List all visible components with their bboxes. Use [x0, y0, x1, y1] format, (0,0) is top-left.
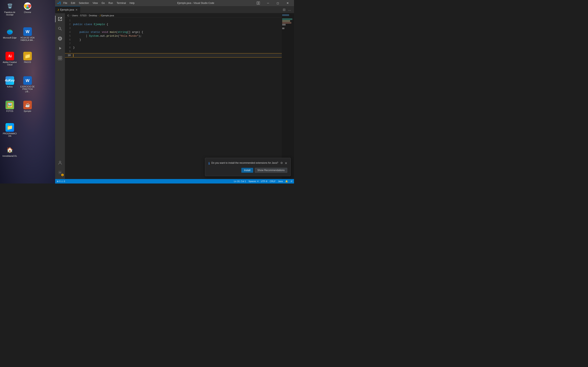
more-actions-button[interactable]: …	[287, 8, 292, 11]
activity-explorer[interactable]	[55, 14, 65, 24]
statusbar-notifications[interactable]: 🔔	[285, 180, 288, 183]
vscode-logo-icon	[57, 1, 61, 5]
ejercicio-icon: W	[23, 76, 32, 85]
chrome-icon	[23, 2, 32, 10]
svg-rect-11	[60, 58, 62, 60]
statusbar-left: ⊗ 0 ⚠ 0	[57, 180, 65, 183]
svg-rect-8	[58, 56, 60, 58]
adobe-icon: Ai	[6, 52, 14, 60]
recyclebin-label: Papelera de reciclaje	[2, 11, 17, 16]
notification-message: Do you want to install the recommended e…	[211, 161, 279, 165]
minimap	[282, 13, 294, 179]
menu-selection[interactable]: Selection	[77, 1, 90, 5]
minimize-button[interactable]: ─	[263, 0, 273, 6]
code-line-5: 5 │ System.out.println("Hola Mundo");	[65, 34, 282, 38]
svg-rect-7	[259, 2, 260, 4]
notification-popup: ℹ Do you want to install the recommended…	[205, 158, 291, 176]
split-editor-button[interactable]: ⊟	[282, 8, 287, 12]
code-line-1: 1	[65, 18, 282, 22]
code-line-4: 4 public static void main(string[] args)…	[65, 30, 282, 34]
desktop-icon-edge[interactable]: Microsoft Edge	[2, 26, 18, 40]
ejercicio-label: EJERCICIO DE PRÁCTICA LIB...	[20, 86, 35, 93]
statusbar: ⊗ 0 ⚠ 0 Ln 10, Col 1 Spaces: 4 UTF-8 CRL…	[55, 179, 294, 184]
tabbar: J Ejemplo.java ✕ ⊟ …	[55, 6, 294, 13]
desktop-icon-4ukey[interactable]: 4uKey 4uKey	[2, 75, 18, 89]
titlebar-controls: ─ ◻ ✕	[254, 0, 292, 6]
desktop-icon-fotos[interactable]: 🖼️ FOTOS	[2, 100, 18, 113]
ejemplo-label: Ejemplo	[24, 110, 31, 113]
titlebar: File Edit Selection View Go Run Terminal…	[55, 0, 294, 6]
statusbar-feedback[interactable]: ↺	[291, 180, 292, 183]
editor-area[interactable]: C: › Users › 57323 › Desktop › JEjemplo.…	[65, 13, 282, 179]
menu-go[interactable]: Go	[100, 1, 106, 5]
tab-lang-icon: J	[58, 8, 59, 11]
desktop-icon-inmobiliaria[interactable]: 🏠 InmobiliariaCOL	[2, 145, 18, 158]
code-line-9: 9	[65, 50, 282, 53]
menu-file[interactable]: File	[62, 1, 69, 5]
statusbar-eol[interactable]: CRLF	[270, 180, 276, 183]
tab-close-button[interactable]: ✕	[75, 8, 78, 11]
desktop-icon-ejercicio[interactable]: W EJERCICIO DE PRÁCTICA LIB...	[19, 75, 36, 94]
desktop-icon-programacion[interactable]: 📁 PROGRAMACION	[2, 122, 18, 138]
tab-ejemplo-java[interactable]: J Ejemplo.java ✕	[55, 6, 80, 13]
editor-main: 1 C: › Users › 57323 › Desktop › JEjempl…	[55, 13, 294, 179]
code-editor[interactable]: 1 2 public class Ejemplo { 3 4 public st…	[65, 18, 282, 179]
breadcrumb-drive: C:	[67, 14, 70, 17]
notification-header: ℹ Do you want to install the recommended…	[208, 161, 287, 165]
pagos-label: PAGOS	[24, 61, 31, 64]
tab-label: Ejemplo.java	[60, 8, 74, 11]
notification-close-button[interactable]: ✕	[285, 161, 287, 165]
fotos-label: FOTOS	[6, 110, 13, 113]
svg-point-4	[27, 6, 28, 7]
inmobiliaria-icon: 🏠	[6, 146, 14, 154]
statusbar-language[interactable]: Java	[278, 180, 283, 183]
menu-edit[interactable]: Edit	[69, 1, 77, 5]
inmobiliaria-label: InmobiliariaCOL	[2, 155, 17, 157]
4ukey-icon: 4uKey	[6, 76, 14, 85]
breadcrumb-file: JEjemplo.java	[99, 14, 114, 17]
statusbar-position[interactable]: Ln 10, Col 1	[234, 180, 246, 183]
code-lines: 1 2 public class Ejemplo { 3 4 public st…	[65, 18, 282, 57]
maximize-button[interactable]: ◻	[273, 0, 283, 6]
desktop-icon-recyclebin[interactable]: 🗑️ Papelera de reciclaje	[2, 1, 18, 17]
code-line-7: 7	[65, 42, 282, 46]
activity-settings[interactable]: 1	[55, 167, 65, 177]
install-button[interactable]: Install	[241, 168, 253, 173]
svg-rect-9	[60, 56, 62, 58]
statusbar-right: Ln 10, Col 1 Spaces: 4 UTF-8 CRLF Java 🔔…	[234, 180, 292, 183]
menu-terminal[interactable]: Terminal	[115, 1, 127, 5]
titlebar-title: Ejemplo.java - Visual Studio Code	[138, 2, 254, 4]
desktop-icon-chrome[interactable]: Chrome	[19, 1, 36, 15]
statusbar-errors[interactable]: ⊗ 0 ⚠ 0	[57, 180, 65, 183]
fotos-icon: 🖼️	[6, 101, 14, 109]
desktop-icon-word[interactable]: W HOJA DE VIDA FABIOLA WA...	[19, 26, 36, 42]
desktop-icon-ejemplo[interactable]: ☕ Ejemplo	[19, 100, 36, 113]
close-button[interactable]: ✕	[283, 0, 292, 6]
activity-run[interactable]	[55, 43, 65, 53]
activity-search[interactable]	[55, 24, 65, 34]
adobe-label: Adobe Creative Cloud	[2, 61, 17, 66]
activitybar: 1	[55, 13, 65, 179]
desktop-icon-adobe[interactable]: Ai Adobe Creative Cloud	[2, 51, 18, 67]
4ukey-label: 4uKey	[7, 86, 13, 88]
statusbar-spaces[interactable]: Spaces: 4	[249, 180, 259, 183]
activity-extensions[interactable]	[55, 53, 65, 63]
code-line-6: 6 }	[65, 38, 282, 42]
menu-run[interactable]: Run	[107, 1, 114, 5]
activitybar-bottom: 1	[55, 158, 65, 179]
ejemplo-icon: ☕	[23, 101, 32, 109]
statusbar-encoding[interactable]: UTF-8	[261, 180, 267, 183]
activity-git[interactable]	[55, 34, 65, 43]
breadcrumb-desktop: Desktop	[89, 14, 97, 17]
desktop: 🗑️ Papelera de reciclaje Chrome	[0, 0, 55, 184]
settings-badge: 1	[61, 174, 64, 176]
menu-view[interactable]: View	[91, 1, 99, 5]
notification-info-icon: ℹ	[208, 161, 210, 165]
activity-account[interactable]	[55, 158, 65, 167]
layout-icon[interactable]	[254, 0, 263, 6]
show-recommendations-button[interactable]: Show Recommendations	[255, 168, 287, 173]
tab-actions: ⊟ …	[282, 6, 294, 13]
menu-help[interactable]: Help	[128, 1, 136, 5]
notification-settings-icon[interactable]: ⚙	[280, 161, 283, 165]
desktop-icon-pagos[interactable]: 📁 PAGOS	[19, 51, 36, 64]
